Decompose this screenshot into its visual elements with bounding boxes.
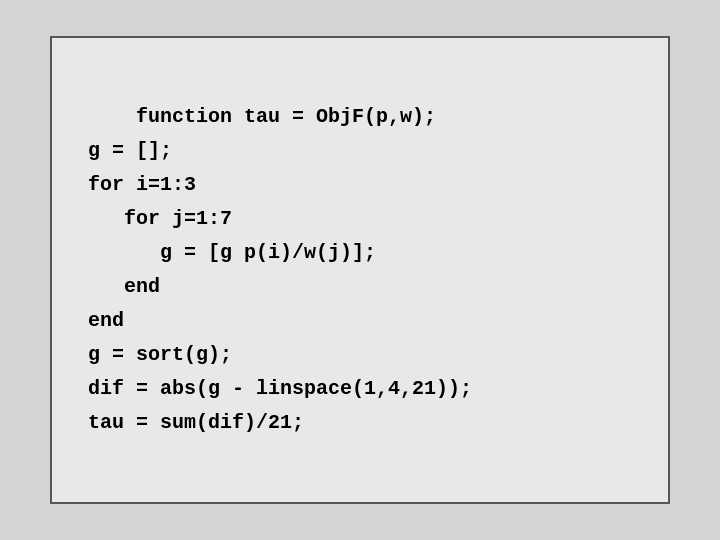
code-line-7: end bbox=[88, 309, 124, 332]
code-line-8: g = sort(g); bbox=[88, 343, 232, 366]
code-line-6: end bbox=[88, 275, 160, 298]
code-container: function tau = ObjF(p,w); g = []; for i=… bbox=[50, 36, 670, 504]
code-line-4: for j=1:7 bbox=[88, 207, 232, 230]
code-line-10: tau = sum(dif)/21; bbox=[88, 411, 304, 434]
code-line-3: for i=1:3 bbox=[88, 173, 196, 196]
code-block: function tau = ObjF(p,w); g = []; for i=… bbox=[88, 66, 632, 474]
code-line-5: g = [g p(i)/w(j)]; bbox=[88, 241, 376, 264]
code-line-2: g = []; bbox=[88, 139, 172, 162]
code-line-1: function tau = ObjF(p,w); bbox=[136, 105, 436, 128]
code-line-9: dif = abs(g - linspace(1,4,21)); bbox=[88, 377, 472, 400]
